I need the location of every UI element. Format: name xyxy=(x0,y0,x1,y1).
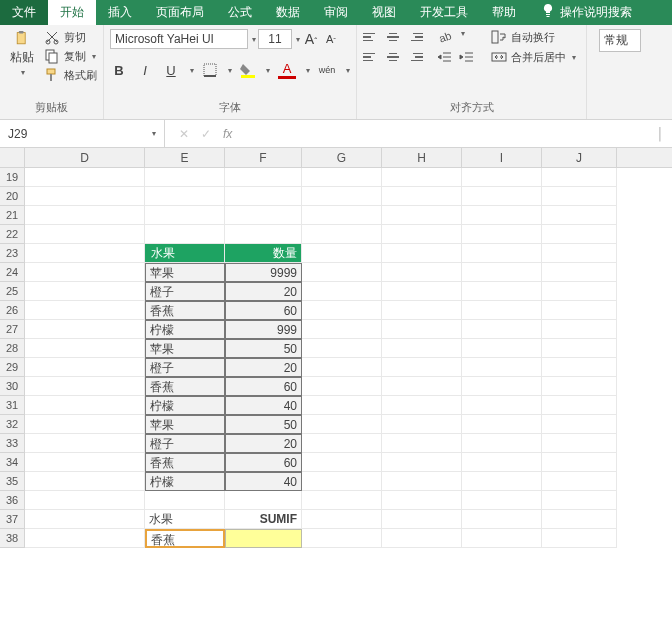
cell[interactable]: 50 xyxy=(225,339,302,358)
cell[interactable]: 苹果 xyxy=(145,415,225,434)
cell[interactable]: 香蕉 xyxy=(145,377,225,396)
cell[interactable] xyxy=(542,339,617,358)
cell[interactable] xyxy=(542,168,617,187)
row-header[interactable]: 38 xyxy=(0,529,25,548)
cell[interactable] xyxy=(542,301,617,320)
borders-button[interactable] xyxy=(202,62,218,78)
cell[interactable] xyxy=(462,168,542,187)
cell[interactable] xyxy=(302,244,382,263)
copy-button[interactable]: 复制▾ xyxy=(44,48,97,64)
cut-button[interactable]: 剪切 xyxy=(44,29,97,45)
cell[interactable] xyxy=(302,339,382,358)
cell[interactable] xyxy=(302,529,382,548)
row-header[interactable]: 35 xyxy=(0,472,25,491)
font-size-select[interactable]: 11 xyxy=(258,29,292,49)
cell[interactable] xyxy=(462,396,542,415)
cell[interactable] xyxy=(302,377,382,396)
column-header[interactable]: E xyxy=(145,148,225,167)
tab-view[interactable]: 视图 xyxy=(360,0,408,25)
cell[interactable] xyxy=(382,320,462,339)
cell[interactable]: 水果 xyxy=(145,244,225,263)
cell[interactable] xyxy=(462,301,542,320)
wrap-text-button[interactable]: 自动换行 xyxy=(491,29,576,45)
cell[interactable] xyxy=(25,491,145,510)
cell[interactable]: 999 xyxy=(225,320,302,339)
row-header[interactable]: 24 xyxy=(0,263,25,282)
worksheet[interactable]: DEFGHIJ 1920212223水果数量24苹果999925橙子2026香蕉… xyxy=(0,148,672,622)
cell[interactable]: 20 xyxy=(225,434,302,453)
cell[interactable] xyxy=(382,301,462,320)
cell[interactable]: 40 xyxy=(225,472,302,491)
cell[interactable] xyxy=(25,415,145,434)
column-header[interactable]: J xyxy=(542,148,617,167)
italic-button[interactable]: I xyxy=(136,63,154,78)
cell[interactable] xyxy=(25,510,145,529)
row-header[interactable]: 27 xyxy=(0,320,25,339)
cell[interactable] xyxy=(25,453,145,472)
cell[interactable] xyxy=(25,301,145,320)
cell[interactable] xyxy=(462,244,542,263)
cell[interactable]: 香蕉 xyxy=(145,301,225,320)
cell[interactable] xyxy=(382,244,462,263)
bold-button[interactable]: B xyxy=(110,63,128,78)
row-header[interactable]: 20 xyxy=(0,187,25,206)
cell[interactable] xyxy=(302,491,382,510)
cell[interactable]: 20 xyxy=(225,358,302,377)
cell[interactable] xyxy=(462,225,542,244)
cell[interactable] xyxy=(382,453,462,472)
cell[interactable] xyxy=(25,187,145,206)
cell[interactable] xyxy=(302,453,382,472)
column-header[interactable]: D xyxy=(25,148,145,167)
row-header[interactable]: 30 xyxy=(0,377,25,396)
cell[interactable] xyxy=(382,377,462,396)
cell[interactable] xyxy=(542,225,617,244)
number-format-select[interactable]: 常规 xyxy=(599,29,641,52)
cell[interactable] xyxy=(225,225,302,244)
row-header[interactable]: 31 xyxy=(0,396,25,415)
cell[interactable] xyxy=(382,282,462,301)
cell[interactable]: 水果 xyxy=(145,510,225,529)
cell[interactable] xyxy=(302,472,382,491)
cell[interactable]: 橙子 xyxy=(145,434,225,453)
cell[interactable] xyxy=(25,396,145,415)
row-header[interactable]: 21 xyxy=(0,206,25,225)
cell[interactable] xyxy=(25,225,145,244)
cell[interactable] xyxy=(462,415,542,434)
cell[interactable] xyxy=(462,358,542,377)
cell[interactable] xyxy=(462,377,542,396)
cell[interactable]: 50 xyxy=(225,415,302,434)
cell[interactable] xyxy=(382,396,462,415)
font-name-select[interactable]: Microsoft YaHei UI xyxy=(110,29,248,49)
cell[interactable] xyxy=(542,453,617,472)
merge-center-button[interactable]: 合并后居中▾ xyxy=(491,49,576,65)
row-header[interactable]: 33 xyxy=(0,434,25,453)
cell[interactable] xyxy=(382,225,462,244)
tab-file[interactable]: 文件 xyxy=(0,0,48,25)
cell[interactable] xyxy=(225,168,302,187)
cell[interactable]: 柠檬 xyxy=(145,320,225,339)
name-box[interactable]: J29 ▾ xyxy=(0,120,165,147)
cell[interactable] xyxy=(542,187,617,206)
column-header[interactable]: G xyxy=(302,148,382,167)
cell[interactable] xyxy=(25,377,145,396)
cell[interactable] xyxy=(382,168,462,187)
cell[interactable] xyxy=(302,206,382,225)
cell[interactable] xyxy=(302,415,382,434)
cell[interactable] xyxy=(462,339,542,358)
cell[interactable] xyxy=(25,168,145,187)
cell[interactable] xyxy=(302,434,382,453)
cell[interactable] xyxy=(145,225,225,244)
row-header[interactable]: 23 xyxy=(0,244,25,263)
align-center-button[interactable] xyxy=(385,49,401,65)
cell[interactable] xyxy=(542,377,617,396)
cell[interactable] xyxy=(25,358,145,377)
tab-data[interactable]: 数据 xyxy=(264,0,312,25)
cell[interactable] xyxy=(302,510,382,529)
tab-insert[interactable]: 插入 xyxy=(96,0,144,25)
cell[interactable] xyxy=(225,187,302,206)
cell[interactable] xyxy=(382,263,462,282)
row-header[interactable]: 29 xyxy=(0,358,25,377)
fill-color-button[interactable] xyxy=(240,62,256,78)
row-header[interactable]: 26 xyxy=(0,301,25,320)
cell[interactable] xyxy=(25,529,145,548)
